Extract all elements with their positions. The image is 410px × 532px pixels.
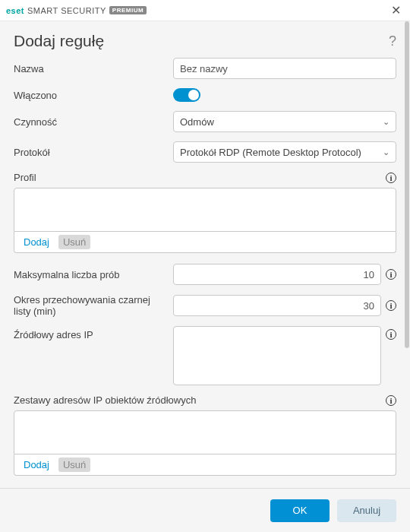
info-icon[interactable]: i	[386, 300, 396, 311]
info-icon[interactable]: i	[386, 329, 396, 340]
enabled-toggle[interactable]	[173, 88, 200, 102]
source-ip-sets-actions: Dodaj Usuń	[14, 454, 396, 476]
name-input[interactable]	[173, 58, 396, 79]
ipsets-add-button[interactable]: Dodaj	[19, 458, 54, 472]
chevron-down-icon: ⌄	[383, 117, 390, 127]
info-icon[interactable]: i	[386, 395, 396, 406]
action-value: Odmów	[180, 116, 214, 128]
info-icon[interactable]: i	[386, 173, 396, 183]
ok-button[interactable]: OK	[270, 499, 330, 522]
scrollbar[interactable]	[404, 21, 410, 488]
profile-delete-button[interactable]: Usuń	[58, 235, 90, 249]
content: Nazwa Włączono Czynność Odmów ⌄ Protokół…	[0, 58, 410, 483]
action-select[interactable]: Odmów ⌄	[173, 111, 396, 132]
profile-add-button[interactable]: Dodaj	[19, 235, 54, 249]
max-attempts-label: Maksymalna liczba prób	[14, 269, 166, 280]
brand-eset: eset	[6, 6, 24, 15]
blacklist-period-input[interactable]	[173, 295, 381, 316]
header: Dodaj regułę ?	[0, 21, 410, 58]
brand: eset SMART SECURITY PREMIUM	[6, 6, 147, 15]
brand-product: SMART SECURITY	[27, 6, 106, 15]
name-label: Nazwa	[14, 63, 166, 74]
help-icon[interactable]: ?	[389, 33, 396, 49]
max-attempts-input[interactable]	[173, 264, 381, 285]
page-title: Dodaj regułę	[14, 32, 389, 50]
profile-actions: Dodaj Usuń	[14, 232, 396, 253]
protocol-value: Protokół RDP (Remote Desktop Protocol)	[180, 147, 361, 158]
info-icon[interactable]: i	[386, 269, 396, 280]
source-ip-listbox[interactable]	[173, 326, 381, 385]
footer: OK Anuluj	[0, 488, 410, 532]
enabled-label: Włączono	[14, 90, 166, 101]
profile-label: Profil	[14, 172, 36, 183]
source-ip-sets-label: Zestawy adresów IP obiektów źródłowych	[14, 394, 196, 406]
cancel-button[interactable]: Anuluj	[337, 499, 396, 522]
source-ip-label: Źródłowy adres IP	[14, 326, 166, 340]
close-icon[interactable]: ✕	[388, 5, 404, 17]
brand-badge: PREMIUM	[109, 6, 147, 14]
blacklist-period-label: Okres przechowywania czarnej listy (min)	[14, 294, 166, 317]
protocol-label: Protokół	[14, 147, 166, 158]
titlebar: eset SMART SECURITY PREMIUM ✕	[0, 0, 410, 21]
scrollbar-thumb[interactable]	[405, 21, 409, 348]
chevron-down-icon: ⌄	[383, 147, 390, 157]
ipsets-delete-button[interactable]: Usuń	[58, 458, 90, 472]
action-label: Czynność	[14, 116, 166, 128]
protocol-select[interactable]: Protokół RDP (Remote Desktop Protocol) ⌄	[173, 141, 396, 163]
profile-listbox[interactable]	[14, 188, 396, 232]
source-ip-sets-listbox[interactable]	[14, 410, 396, 454]
